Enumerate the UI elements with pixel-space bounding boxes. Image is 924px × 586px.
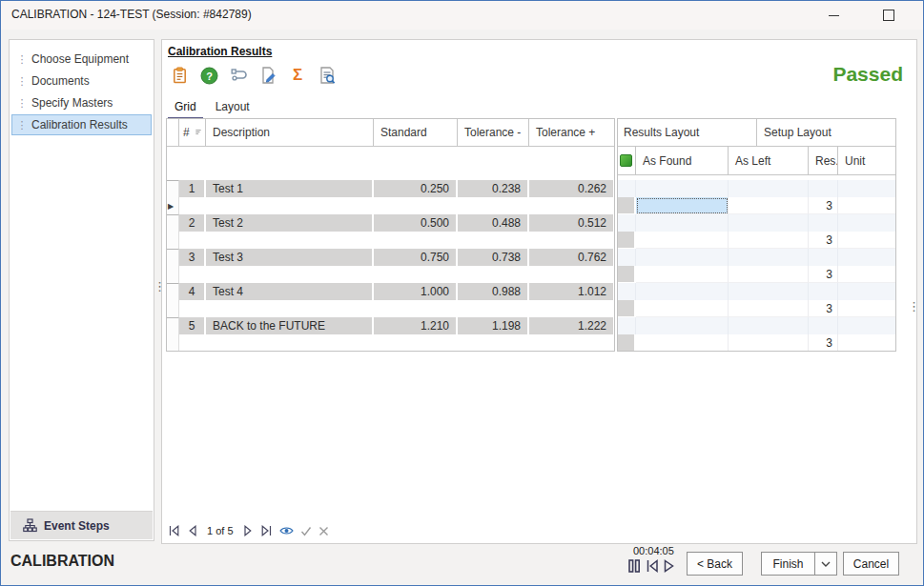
row-selector-gutter[interactable]: ▶ [166, 180, 179, 214]
grid-cell-tolerance-minus[interactable]: 0.238 [458, 180, 529, 197]
column-header-res[interactable]: Res. [809, 147, 838, 175]
first-record-icon[interactable] [168, 525, 180, 536]
grid-row-spacer [179, 232, 615, 249]
grid-cell-res[interactable]: 3 [809, 266, 838, 283]
play-icon[interactable] [663, 558, 674, 577]
cancel-button[interactable]: Cancel [843, 552, 899, 576]
grid-cell-as-found[interactable] [636, 232, 729, 249]
grid-cell-num[interactable]: 3 [179, 249, 206, 266]
tab-strip: Grid Layout [168, 98, 257, 120]
grid-cell-as-left[interactable] [729, 197, 809, 214]
route-icon[interactable] [229, 66, 248, 85]
grid-cell-standard[interactable]: 0.500 [374, 214, 458, 232]
grid-cell-standard[interactable]: 0.250 [374, 180, 458, 197]
tab-grid[interactable]: Grid [168, 98, 203, 120]
grid-cell-tolerance-minus[interactable]: 0.988 [458, 283, 529, 300]
sort-icon [195, 128, 201, 136]
grid-cell-unit[interactable] [838, 266, 896, 283]
column-header-description[interactable]: Description [206, 118, 374, 147]
grid-cell-description[interactable]: Test 1 [206, 180, 374, 197]
sidebar-item-label: Choose Equipment [31, 52, 129, 66]
grid-band-spacer [636, 317, 729, 334]
column-header-as-found[interactable]: As Found [636, 147, 729, 175]
next-record-icon[interactable] [243, 525, 254, 536]
finish-dropdown-button[interactable] [814, 552, 837, 576]
grid-cell-tolerance-plus[interactable]: 0.262 [529, 180, 615, 197]
grid-cell-tolerance-minus[interactable]: 1.198 [458, 317, 529, 334]
grid-cell-as-left[interactable] [729, 334, 809, 352]
row-selector-gutter[interactable] [166, 249, 179, 283]
record-position: 1 of 5 [207, 525, 234, 536]
grid-cell-description[interactable]: Test 3 [206, 249, 374, 266]
grid-cell-unit[interactable] [838, 334, 896, 352]
grid-cell-tolerance-plus[interactable]: 1.012 [529, 283, 615, 300]
clipboard-icon[interactable] [170, 66, 189, 85]
row-selector-gutter[interactable] [166, 283, 179, 317]
grid-cell-unit[interactable] [838, 197, 896, 214]
grid-cell-standard[interactable]: 1.210 [374, 317, 458, 334]
grid-cell-num[interactable]: 5 [179, 317, 206, 334]
help-icon[interactable]: ? [199, 66, 218, 85]
grid-cell-description[interactable]: BACK to the FUTURE [206, 317, 374, 334]
grid-cell-as-left[interactable] [729, 300, 809, 317]
grid-cell-as-found[interactable] [636, 334, 729, 352]
column-header-unit[interactable]: Unit [838, 147, 896, 175]
eye-icon[interactable] [279, 525, 294, 536]
grid-cell-res[interactable]: 3 [809, 232, 838, 249]
grid-cell-standard[interactable]: 1.000 [374, 283, 458, 300]
back-button[interactable]: < Back [687, 552, 743, 576]
sidebar-item-documents[interactable]: ⋮ Documents [11, 71, 152, 91]
sidebar-item-choose-equipment[interactable]: ⋮ Choose Equipment [11, 49, 152, 70]
sidebar-item-specify-masters[interactable]: ⋮ Specify Masters [11, 92, 152, 113]
grid-cell-as-found[interactable] [636, 266, 729, 283]
pause-icon[interactable] [627, 558, 642, 577]
grid-cell-tolerance-plus[interactable]: 1.222 [529, 317, 615, 334]
grid-cell-description[interactable]: Test 2 [206, 214, 374, 232]
grid-row-spacer [179, 334, 615, 352]
panel-splitter-handle[interactable]: ⋮ [908, 304, 920, 310]
preview-document-icon[interactable] [318, 66, 337, 85]
column-header-tolerance-minus[interactable]: Tolerance - [458, 118, 529, 147]
row-selector-gutter[interactable] [166, 317, 179, 352]
grid-cell-num[interactable]: 1 [179, 180, 206, 197]
grid-cell-tolerance-plus[interactable]: 0.512 [529, 214, 615, 232]
column-header-as-left[interactable]: As Left [729, 147, 809, 175]
grid-cell-as-found[interactable] [636, 300, 729, 317]
grid-cell-num[interactable]: 4 [179, 283, 206, 300]
grid-cell-res[interactable]: 3 [809, 334, 838, 352]
grid-band-spacer [729, 283, 809, 300]
commit-icon[interactable] [300, 526, 312, 536]
sum-icon[interactable]: Σ [288, 66, 307, 85]
grid-cell-unit[interactable] [838, 232, 896, 249]
grid-cell-as-left[interactable] [729, 266, 809, 283]
grid-cell-as-left[interactable] [729, 232, 809, 249]
column-header-standard[interactable]: Standard [374, 118, 458, 147]
grid-cell-tolerance-plus[interactable]: 0.762 [529, 249, 615, 266]
tab-layout[interactable]: Layout [209, 98, 257, 120]
grid-cell-tolerance-minus[interactable]: 0.488 [458, 214, 529, 232]
skip-to-start-icon[interactable] [646, 558, 659, 577]
grid-cell-res[interactable]: 3 [809, 197, 838, 214]
column-header-number[interactable]: # [179, 118, 206, 147]
grid-cell-num[interactable]: 2 [179, 214, 206, 232]
grid-cell-as-found[interactable] [636, 197, 729, 214]
last-record-icon[interactable] [260, 525, 273, 536]
minimize-button[interactable] [812, 1, 854, 30]
grid-cell-res[interactable]: 3 [809, 300, 838, 317]
maximize-button[interactable] [868, 1, 910, 30]
grid-cell-standard[interactable]: 0.750 [374, 249, 458, 266]
row-selector-gutter[interactable] [166, 214, 179, 249]
grid-cell-tolerance-minus[interactable]: 0.738 [458, 249, 529, 266]
sidebar-item-calibration-results[interactable]: ⋮ Calibration Results [11, 114, 152, 135]
edit-document-icon[interactable] [258, 66, 277, 85]
cancel-edit-icon[interactable] [318, 526, 329, 536]
previous-record-icon[interactable] [187, 525, 197, 536]
column-header-tolerance-plus[interactable]: Tolerance + [529, 118, 615, 147]
finish-button[interactable]: Finish [761, 552, 815, 576]
sidebar-item-label: Calibration Results [31, 118, 128, 131]
grid-cell-unit[interactable] [838, 300, 896, 317]
event-steps-button[interactable]: Event Steps [10, 511, 153, 539]
grid-band-spacer [809, 180, 838, 197]
grid-cell-description[interactable]: Test 4 [206, 283, 374, 300]
maximize-icon [883, 10, 894, 21]
